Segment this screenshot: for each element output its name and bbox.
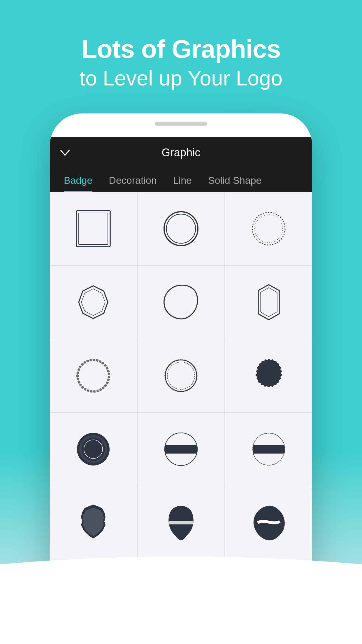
grid-cell-7[interactable] xyxy=(50,339,137,412)
svg-point-4 xyxy=(252,212,285,245)
app-title: Graphic xyxy=(161,146,200,159)
main-title: Lots of Graphics xyxy=(80,35,283,63)
grid-cell-15[interactable] xyxy=(225,486,312,559)
tab-bar: Badge Decoration Line Solid Shape xyxy=(50,169,312,192)
phone-wrapper: Graphic Badge Decoration Line Solid Shap… xyxy=(50,113,312,624)
bottom-decoration xyxy=(0,556,362,644)
tab-badge[interactable]: Badge xyxy=(56,170,101,192)
grid-cell-9[interactable] xyxy=(225,339,312,412)
grid-cell-11[interactable] xyxy=(138,413,225,486)
svg-point-13 xyxy=(167,362,195,389)
svg-point-12 xyxy=(165,360,197,391)
svg-marker-9 xyxy=(260,288,277,317)
grid-cell-4[interactable] xyxy=(50,266,137,339)
header-section: Lots of Graphics to Level up Your Logo xyxy=(80,35,283,90)
tab-line[interactable]: Line xyxy=(165,170,200,192)
phone-frame: Graphic Badge Decoration Line Solid Shap… xyxy=(50,113,312,624)
grid-cell-13[interactable] xyxy=(50,486,137,559)
svg-rect-26 xyxy=(169,521,193,524)
svg-point-5 xyxy=(255,215,283,243)
grid-cell-14[interactable] xyxy=(138,486,225,559)
svg-rect-1 xyxy=(79,213,108,244)
phone-notch xyxy=(155,122,207,126)
main-subtitle: to Level up Your Logo xyxy=(80,66,283,90)
grid-cell-3[interactable] xyxy=(225,192,312,265)
svg-point-2 xyxy=(164,212,198,246)
svg-marker-7 xyxy=(81,289,105,316)
grid-cell-2[interactable] xyxy=(138,192,225,265)
svg-rect-24 xyxy=(253,445,284,454)
grid-cell-5[interactable] xyxy=(138,266,225,339)
tab-decoration[interactable]: Decoration xyxy=(101,170,165,192)
grid-cell-6[interactable] xyxy=(225,266,312,339)
app-header: Graphic xyxy=(50,137,312,169)
grid-cell-10[interactable] xyxy=(50,413,137,486)
tab-solid-shape[interactable]: Solid Shape xyxy=(200,170,270,192)
svg-marker-8 xyxy=(258,285,279,320)
svg-point-17 xyxy=(82,438,105,461)
chevron-down-icon[interactable] xyxy=(60,150,70,156)
svg-point-3 xyxy=(166,214,196,243)
grid-cell-1[interactable] xyxy=(50,192,137,265)
svg-rect-21 xyxy=(165,445,197,454)
phone-screen: Graphic Badge Decoration Line Solid Shap… xyxy=(50,137,312,624)
graphics-grid xyxy=(50,192,312,559)
svg-marker-6 xyxy=(79,286,108,318)
svg-rect-0 xyxy=(76,211,110,247)
grid-cell-12[interactable] xyxy=(225,413,312,486)
grid-cell-8[interactable] xyxy=(138,339,225,412)
